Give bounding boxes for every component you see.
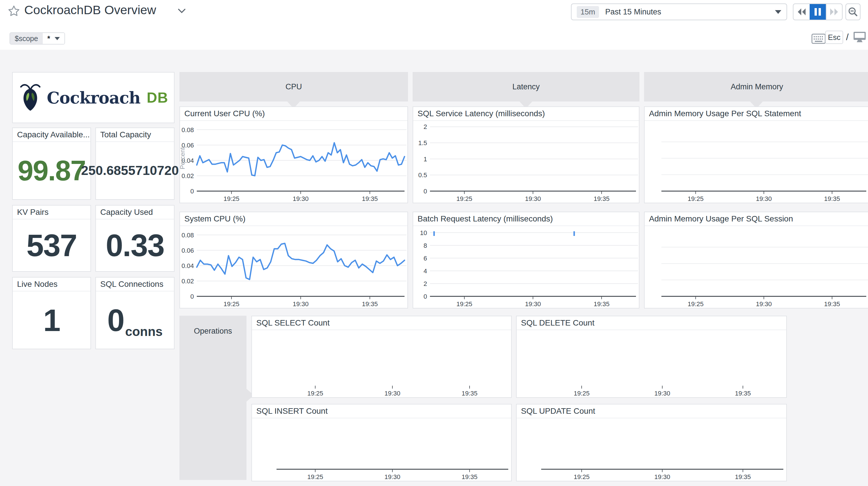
svg-text:19:30: 19:30 [756, 195, 772, 202]
svg-text:0.04: 0.04 [182, 262, 194, 269]
chart-title: Admin Memory Usage Per SQL Statement [645, 107, 868, 121]
chart-title: SQL DELETE Count [517, 316, 786, 330]
esc-key-badge[interactable]: Esc [825, 31, 843, 44]
time-range-selector[interactable]: 15m Past 15 Minutes [571, 3, 787, 20]
stat-card-capacity-available[interactable]: Capacity Available... 99.87 [12, 127, 91, 200]
cockroach-bug-icon [19, 83, 42, 113]
stat-title: KV Pairs [13, 205, 90, 220]
stat-card-capacity-used[interactable]: Capacity Used 0.33 [95, 205, 175, 272]
chart-card-sql-service-latency[interactable]: SQL Service Latency (milliseconds) 00.51… [413, 106, 640, 203]
chart-card-sql-insert-count[interactable]: SQL INSERT Count 19:2519:3019:35 [251, 404, 512, 481]
svg-text:19:30: 19:30 [654, 390, 670, 397]
stat-title: Capacity Used [96, 205, 174, 220]
svg-text:0.08: 0.08 [182, 126, 194, 134]
stat-unit: conns [125, 324, 163, 339]
chart-title: SQL INSERT Count [252, 404, 511, 418]
svg-text:19:30: 19:30 [293, 195, 309, 202]
group-header-admin-memory[interactable]: Admin Memory [644, 72, 868, 102]
svg-text:0.02: 0.02 [182, 278, 194, 285]
stat-value: 0.33 [96, 220, 174, 271]
chart-title: SQL SELECT Count [252, 316, 511, 330]
pause-button[interactable] [810, 4, 826, 20]
chart-card-admin-memory-statement[interactable]: Admin Memory Usage Per SQL Statement 19:… [644, 106, 868, 203]
svg-text:0: 0 [424, 293, 427, 300]
chart-card-current-user-cpu[interactable]: Current User CPU (%) 00.020.040.060.0819… [180, 106, 408, 203]
logo-db-suffix: DB [147, 89, 168, 106]
svg-text:10: 10 [420, 229, 427, 236]
svg-text:0: 0 [424, 188, 427, 195]
chart-plot-sql-service-latency[interactable]: 00.511.5219:2519:3019:35 [413, 121, 639, 203]
chart-plot-current-user-cpu[interactable]: 00.020.040.060.0819:2519:3019:35Percent [180, 121, 407, 203]
svg-text:19:35: 19:35 [593, 301, 610, 308]
chart-plot-system-cpu[interactable]: 00.020.040.060.0819:2519:3019:35 [180, 226, 407, 308]
svg-text:19:35: 19:35 [462, 390, 477, 397]
zoom-out-button[interactable] [845, 3, 861, 20]
chart-title: System CPU (%) [180, 212, 407, 226]
group-label: Admin Memory [731, 82, 783, 91]
stat-value: 250.6855710720GB [96, 142, 174, 199]
chart-card-sql-update-count[interactable]: SQL UPDATE Count 19:2519:3019:35 [516, 404, 787, 481]
favorite-star-icon[interactable] [7, 5, 20, 17]
group-header-latency[interactable]: Latency [413, 72, 640, 102]
group-header-cpu[interactable]: CPU [180, 72, 408, 102]
scope-value-text: * [48, 34, 50, 43]
stat-card-live-nodes[interactable]: Live Nodes 1 [12, 277, 91, 349]
chart-title: SQL Service Latency (milliseconds) [413, 107, 639, 121]
chart-plot-admin-memory-session[interactable]: 19:2519:3019:35 [645, 226, 868, 308]
svg-text:19:25: 19:25 [457, 195, 472, 202]
group-label: Latency [512, 82, 540, 91]
scope-caret-icon [55, 37, 60, 40]
stat-value: 0conns [96, 291, 174, 349]
chart-plot-sql-delete-count[interactable]: 19:2519:3019:35 [517, 330, 786, 397]
svg-text:19:25: 19:25 [307, 473, 323, 481]
chart-card-sql-delete-count[interactable]: SQL DELETE Count 19:2519:3019:35 [516, 316, 787, 398]
title-chevron-down-icon[interactable] [178, 8, 186, 15]
svg-text:19:35: 19:35 [462, 473, 477, 481]
svg-text:0.06: 0.06 [182, 247, 194, 254]
playback-controls [793, 3, 843, 20]
group-header-operations[interactable]: Operations [180, 316, 246, 480]
scope-value[interactable]: * [43, 33, 65, 44]
svg-text:0: 0 [190, 188, 194, 195]
svg-text:19:30: 19:30 [293, 301, 309, 308]
fast-forward-button[interactable] [826, 4, 842, 20]
stat-card-sql-connections[interactable]: SQL Connections 0conns [95, 277, 175, 349]
cockroachdb-logo-card[interactable]: Cockroach DB [12, 72, 175, 123]
chart-plot-sql-insert-count[interactable]: 19:2519:3019:35 [252, 418, 511, 481]
svg-text:19:25: 19:25 [457, 301, 472, 308]
stat-card-kv-pairs[interactable]: KV Pairs 537 [12, 205, 91, 272]
stat-card-total-capacity[interactable]: Total Capacity 250.6855710720GB [95, 127, 175, 200]
svg-text:2: 2 [424, 280, 427, 287]
chart-card-sql-select-count[interactable]: SQL SELECT Count 19:2519:3019:35 [251, 316, 512, 398]
svg-text:19:30: 19:30 [756, 301, 772, 308]
page-title[interactable]: CockroachDB Overview [24, 3, 156, 17]
slash-shortcut: / [846, 32, 849, 42]
stat-title: Total Capacity [96, 128, 174, 142]
chart-plot-admin-memory-statement[interactable]: 19:2519:3019:35 [645, 121, 868, 203]
stat-value: 99.87 [13, 142, 90, 199]
svg-text:19:35: 19:35 [735, 473, 751, 481]
svg-text:19:25: 19:25 [224, 301, 240, 308]
chart-title: Admin Memory Usage Per SQL Session [645, 212, 868, 226]
svg-text:19:30: 19:30 [525, 301, 541, 308]
tv-mode-icon[interactable] [853, 31, 866, 45]
chart-card-batch-request-latency[interactable]: Batch Request Latency (milliseconds) 024… [413, 211, 640, 309]
chart-plot-sql-select-count[interactable]: 19:2519:3019:35 [252, 330, 511, 397]
template-variable-scope[interactable]: $scope * [9, 32, 65, 45]
svg-text:0.02: 0.02 [182, 172, 194, 179]
rewind-button[interactable] [794, 4, 810, 20]
chart-card-admin-memory-session[interactable]: Admin Memory Usage Per SQL Session 19:25… [644, 211, 868, 309]
svg-text:19:25: 19:25 [688, 195, 704, 202]
chart-title: Batch Request Latency (milliseconds) [413, 212, 639, 226]
chart-card-system-cpu[interactable]: System CPU (%) 00.020.040.060.0819:2519:… [180, 211, 408, 309]
stat-value: 1 [13, 291, 90, 349]
svg-text:19:25: 19:25 [574, 473, 589, 481]
keyboard-icon[interactable] [811, 33, 826, 45]
svg-text:19:30: 19:30 [384, 473, 400, 481]
chart-plot-sql-update-count[interactable]: 19:2519:3019:35 [517, 418, 786, 481]
group-label: Operations [180, 316, 246, 336]
svg-text:2: 2 [424, 123, 427, 131]
svg-text:19:35: 19:35 [824, 195, 840, 202]
svg-text:19:25: 19:25 [224, 195, 240, 202]
chart-plot-batch-request-latency[interactable]: 024681019:2519:3019:35 [413, 226, 639, 308]
